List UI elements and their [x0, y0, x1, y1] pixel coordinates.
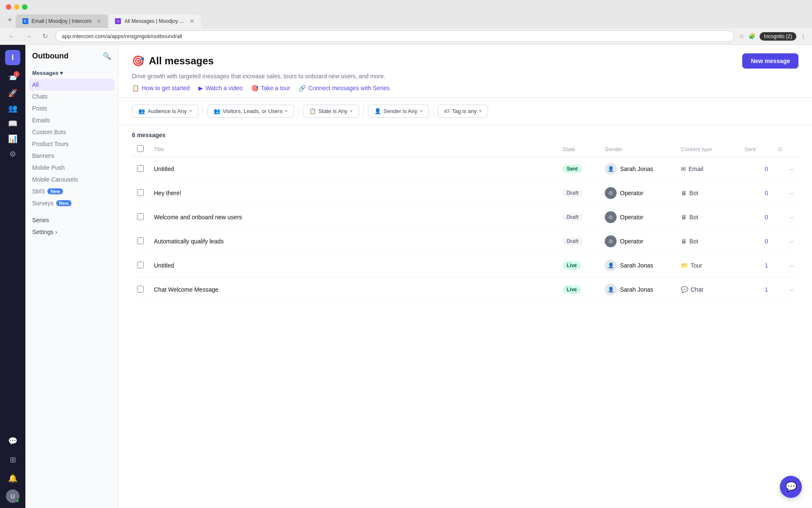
tab-close-icon[interactable]: ✕ [189, 18, 195, 25]
traffic-light-red[interactable] [6, 4, 11, 10]
row-checkbox-cell[interactable] [132, 157, 149, 181]
rail-icon-outbound[interactable]: 🚀 [5, 86, 20, 101]
message-title[interactable]: Untitled [149, 157, 557, 181]
browser-tab-tab1[interactable]: E Email | Moodjoy | Intercom ✕ [16, 14, 109, 28]
sidebar-item-all[interactable]: All [29, 79, 115, 91]
table-row[interactable]: Chat Welcome Message Live 👤 Sarah Jonas … [132, 278, 798, 302]
row-checkbox[interactable] [137, 213, 144, 220]
traffic-light-yellow[interactable] [14, 4, 19, 10]
message-title[interactable]: Automatically qualify leads [149, 229, 557, 254]
message-title[interactable]: Chat Welcome Message [149, 278, 557, 302]
row-checkbox[interactable] [137, 165, 144, 172]
filter-divider-4 [433, 105, 433, 117]
filter-divider-3 [363, 105, 364, 117]
table-row[interactable]: Untitled Sent 👤 Sarah Jonas ✉ Email 0 – [132, 157, 798, 181]
sidebar-item-emails[interactable]: Emails [29, 114, 115, 126]
row-checkbox-cell[interactable] [132, 205, 149, 229]
sidebar-item-label-chats: Chats [32, 93, 48, 100]
link-get-started[interactable]: 📋How to get started [132, 85, 190, 91]
rail-icon-contacts[interactable]: 👥 [5, 101, 20, 116]
state-filter-icon: 📋 [309, 108, 316, 114]
link-take-tour[interactable]: 🎯Take a tour [251, 85, 290, 91]
address-bar-input[interactable] [55, 30, 734, 42]
table-row[interactable]: Untitled Live 👤 Sarah Jonas 📁 Tour 1 – [132, 254, 798, 278]
filter-chip-state[interactable]: 📋State is Any▾ [303, 105, 359, 118]
audience-filter-label: Audience is Any [148, 108, 187, 114]
rail-icon-chat[interactable]: 💬 [5, 433, 20, 449]
browser-tab-tab2[interactable]: A All Messages | Moodjoy | Inter... ✕ [108, 14, 201, 28]
select-all-checkbox[interactable] [137, 145, 144, 152]
app-logo[interactable]: I [5, 50, 20, 65]
traffic-light-green[interactable] [22, 4, 27, 10]
rail-icon-knowledge[interactable]: 📖 [5, 116, 20, 131]
sidebar-series[interactable]: Series [25, 214, 118, 226]
message-title[interactable]: Hey there! [149, 181, 557, 205]
filter-chip-tag[interactable]: 🏷Tag is any▾ [438, 105, 488, 118]
watch-video-icon: ▶ [198, 85, 203, 91]
back-button[interactable]: ← [6, 32, 18, 41]
user-avatar[interactable]: U [6, 489, 19, 503]
sent-value: 0 [765, 214, 768, 221]
icon-rail: I 📨1🚀👥📖📊⚙ 💬⊞🔔U [0, 45, 25, 508]
messages-section[interactable]: Messages ▾ [29, 67, 115, 79]
sidebar-item-sms[interactable]: SMSNew [29, 185, 115, 197]
new-tab-button[interactable]: + [4, 12, 16, 28]
message-sent: 0 [739, 157, 773, 181]
bookmark-icon[interactable]: ☆ [739, 33, 744, 39]
tab-title: All Messages | Moodjoy | Inter... [124, 18, 184, 24]
row-checkbox-cell[interactable] [132, 229, 149, 254]
row-checkbox[interactable] [137, 262, 144, 268]
message-title[interactable]: Untitled [149, 254, 557, 278]
message-title[interactable]: Welcome and onboard new users [149, 205, 557, 229]
table-row[interactable]: Welcome and onboard new users Draft ⊙ Op… [132, 205, 798, 229]
state-badge: Live [562, 261, 581, 270]
sidebar-search-button[interactable]: 🔍 [103, 52, 111, 60]
support-chat-button[interactable]: 💬 [780, 476, 802, 498]
sidebar-item-label-mobile-push: Mobile Push [32, 164, 65, 171]
filter-chip-sender[interactable]: 👤Sender is Any▾ [368, 105, 429, 118]
new-message-button[interactable]: New message [742, 53, 798, 69]
link-connect-series[interactable]: 🔗Connect messages with Series [299, 85, 390, 91]
sidebar-item-mobile-carousels[interactable]: Mobile Carousels [29, 174, 115, 185]
rail-icon-bell[interactable]: 🔔 [5, 471, 20, 486]
reload-button[interactable]: ↻ [40, 31, 50, 41]
sender-name: Sarah Jonas [620, 286, 653, 293]
forward-button[interactable]: → [23, 32, 35, 41]
rail-icon-apps[interactable]: ⚙ [5, 146, 20, 162]
link-watch-video[interactable]: ▶Watch a video [198, 85, 243, 91]
row-checkbox[interactable] [137, 189, 144, 196]
sidebar-settings[interactable]: Settings › [25, 226, 118, 238]
reports-icon: 📊 [8, 134, 17, 144]
table-row[interactable]: Hey there! Draft ⊙ Operator 🖥 Bot 0 – [132, 181, 798, 205]
message-content-type: 🖥 Bot [676, 205, 739, 229]
sidebar-item-surveys[interactable]: SurveysNew [29, 197, 115, 209]
row-checkbox[interactable] [137, 286, 144, 293]
row-checkbox-cell[interactable] [132, 278, 149, 302]
sidebar-item-posts[interactable]: Posts [29, 102, 115, 114]
filter-chip-visitor-type[interactable]: 👥Visitors, Leads, or Users▾ [207, 105, 294, 118]
rail-icon-grid[interactable]: ⊞ [5, 452, 20, 467]
extensions-icon[interactable]: 🧩 [749, 33, 755, 39]
sender-name: Operator [620, 214, 643, 221]
menu-icon[interactable]: ⋮ [801, 33, 806, 39]
sidebar-item-product-tours[interactable]: Product Tours [29, 138, 115, 150]
sidebar-item-mobile-push[interactable]: Mobile Push [29, 162, 115, 174]
sidebar-item-chats[interactable]: Chats [29, 91, 115, 102]
sidebar-item-label-product-tours: Product Tours [32, 141, 69, 147]
filter-chip-audience[interactable]: 👥Audience is Any▾ [132, 105, 198, 118]
message-state: Draft [557, 181, 600, 205]
messages-table: Title State Sender Content type Sent G U… [132, 142, 798, 302]
sidebar-item-custom-bots[interactable]: Custom Bots [29, 126, 115, 138]
row-checkbox-cell[interactable] [132, 181, 149, 205]
row-checkbox[interactable] [137, 237, 144, 244]
message-state: Draft [557, 205, 600, 229]
tab-close-icon[interactable]: ✕ [96, 18, 102, 25]
sidebar-item-banners[interactable]: Banners [29, 150, 115, 162]
row-checkbox-cell[interactable] [132, 254, 149, 278]
table-row[interactable]: Automatically qualify leads Draft ⊙ Oper… [132, 229, 798, 254]
rail-icon-inbox[interactable]: 📨1 [5, 70, 20, 86]
sender-filter-label: Sender is Any [384, 108, 417, 114]
rail-icon-reports[interactable]: 📊 [5, 131, 20, 146]
message-count: 6 messages [132, 125, 798, 142]
sender-name: Operator [620, 190, 643, 196]
